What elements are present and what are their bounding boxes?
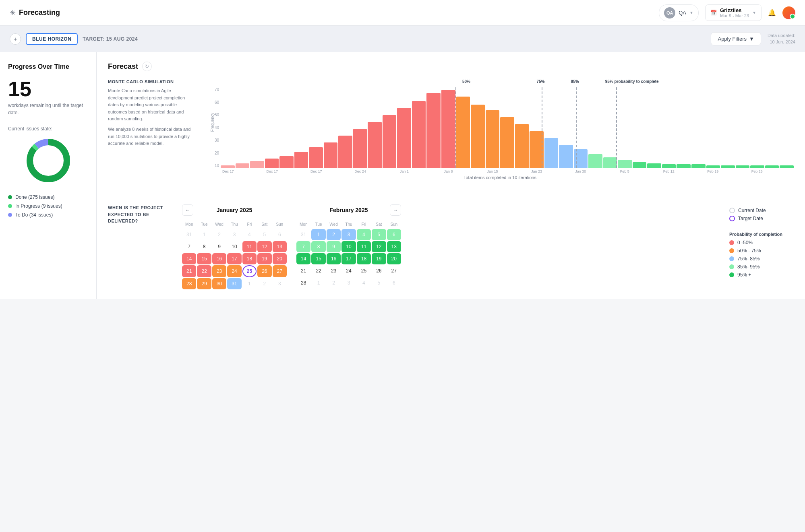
bar-12 <box>397 108 411 168</box>
qa-selector[interactable]: QA QA ▼ <box>659 4 699 21</box>
feb-day-5: 5 <box>372 229 386 240</box>
mc-title: MONTE CARLO SIMULATION <box>108 79 197 84</box>
mc-text2: We analyze 8 weeks of historical data an… <box>108 126 197 147</box>
sprint-name: Grizzlies <box>720 7 749 13</box>
cal-day-22: 22 <box>197 265 211 277</box>
current-date-icon <box>729 208 735 213</box>
x-label-27: Feb 5 <box>617 169 632 173</box>
x-label-16 <box>456 169 470 173</box>
bar-26 <box>603 157 617 168</box>
x-label-22 <box>544 169 559 173</box>
workdays-number: 15 <box>8 78 88 99</box>
prob-50-75-dot <box>729 248 734 253</box>
prob-legend-section: Probability of completion 0 -50% 50% - 7… <box>729 232 794 280</box>
feb-empty-2: 2 <box>327 277 341 289</box>
y-label-40: 40 <box>215 126 219 130</box>
cal-day-23: 23 <box>212 265 226 277</box>
x-label-26 <box>603 169 617 173</box>
cal-day-21: 21 <box>182 265 196 277</box>
project-tag: BLUE HORIZON <box>26 33 78 45</box>
feb-day-19: 19 <box>372 253 386 264</box>
bar-22 <box>544 138 559 168</box>
bar-4 <box>279 156 294 168</box>
feb-day-3: 3 <box>341 229 356 240</box>
prob-95-plus-label: 95% + <box>737 272 751 278</box>
prob-50-label: 50% <box>462 79 470 84</box>
feb-month-title: February 2025 <box>330 207 368 213</box>
feb-empty-6: 6 <box>387 277 401 289</box>
add-filter-button[interactable]: + <box>10 33 21 45</box>
qa-avatar: QA <box>664 7 675 19</box>
prob-75-85-item: 75%- 85% <box>729 256 794 262</box>
cal-prev-button[interactable]: ← <box>182 204 193 216</box>
user-avatar[interactable] <box>782 6 795 19</box>
cal-day-empty: 2 <box>257 278 271 289</box>
x-label-23 <box>559 169 573 173</box>
jan-grid: Mon Tue Wed Thu Fri Sat Sun 31 1 2 3 4 5 <box>182 221 287 289</box>
done-label: Done (275 issues) <box>15 194 54 200</box>
dow-sun: Sun <box>273 221 287 228</box>
sprint-selector[interactable]: 📅 Grizzlies Mar 9 - Mar 23 ▼ <box>705 4 762 21</box>
inprogress-dot <box>8 204 12 208</box>
dow-thu: Thu <box>227 221 241 228</box>
cal-day-16: 16 <box>212 253 226 264</box>
feb-day-12: 12 <box>372 241 386 252</box>
x-label-31 <box>676 169 691 173</box>
prob-line-1 <box>542 87 542 168</box>
x-labels: Dec 17Dec 17Dec 17Dec 24Jan 1Jan 8Jan 15… <box>206 169 794 173</box>
feb-day-24: 24 <box>341 265 356 276</box>
refresh-button[interactable]: ↻ <box>142 62 152 71</box>
feb-day-6: 6 <box>387 229 401 240</box>
notification-bell-icon[interactable]: 🔔 <box>768 9 776 16</box>
x-label-19 <box>500 169 514 173</box>
x-label-0: Dec 17 <box>221 169 235 173</box>
calendars-area: ← January 2025 Mon Tue Wed Thu Fri Sat S… <box>182 204 720 289</box>
bar-2 <box>250 161 264 168</box>
february-calendar: February 2025 → Mon Tue Wed Thu Fri Sat … <box>296 204 401 289</box>
bar-9 <box>353 129 367 168</box>
cal-day-29: 29 <box>197 278 211 289</box>
chart-bars-wrapper: 70 60 50 40 30 20 10 <box>206 87 794 168</box>
prob-95-plus-item: 95% + <box>729 272 794 278</box>
cal-day-15: 15 <box>197 253 211 264</box>
prob-50-75-label: 50% - 75% <box>737 248 761 254</box>
cal-day-empty: 5 <box>257 229 271 240</box>
legend-done: Done (275 issues) <box>8 194 88 200</box>
cal-day-24: 24 <box>227 265 241 277</box>
prob-line-2 <box>576 87 577 168</box>
cal-day-empty: 3 <box>273 278 287 289</box>
cal-day-empty: 1 <box>242 278 257 289</box>
dow-sat: Sat <box>257 221 271 228</box>
prob-75-85-dot <box>729 256 734 261</box>
x-label-17 <box>470 169 485 173</box>
prob-75-85-label: 75%- 85% <box>737 256 759 262</box>
calendar-icon: 📅 <box>710 10 717 16</box>
delivery-legend: Current Date Target Date Probability of … <box>729 204 794 289</box>
bar-28 <box>633 162 647 168</box>
bar-5 <box>294 152 308 168</box>
bar-3 <box>265 159 279 168</box>
inprogress-label: In Progress (9 issues) <box>15 203 62 209</box>
x-label-28 <box>632 169 647 173</box>
right-panel: Forecast ↻ MONTE CARLO SIMULATION Monte … <box>97 52 805 299</box>
section-divider <box>108 193 794 193</box>
cal-day-empty: 1 <box>197 229 211 240</box>
x-label-30: Feb 12 <box>662 169 676 173</box>
apply-filters-button[interactable]: Apply Filters ▼ <box>711 32 761 45</box>
done-dot <box>8 195 12 199</box>
cal-day-26: 26 <box>257 265 271 277</box>
filter-bar: + BLUE HORIZON TARGET: 15 AUG 2024 Apply… <box>0 26 805 52</box>
current-date-legend-item: Current Date <box>729 208 794 213</box>
january-calendar: ← January 2025 Mon Tue Wed Thu Fri Sat S… <box>182 204 287 289</box>
todo-dot <box>8 213 12 217</box>
y-label-30: 30 <box>215 138 219 142</box>
y-label-60: 60 <box>215 100 219 105</box>
monte-carlo-section: MONTE CARLO SIMULATION Monte Carlo simul… <box>108 79 794 180</box>
x-label-13 <box>412 169 426 173</box>
x-label-35 <box>735 169 749 173</box>
cal-next-button[interactable]: → <box>390 204 401 216</box>
jan-month-title: January 2025 <box>217 207 252 213</box>
bar-chart <box>221 87 794 168</box>
target-date-legend-item: Target Date <box>729 216 794 221</box>
feb-dow-sat: Sat <box>372 221 386 228</box>
